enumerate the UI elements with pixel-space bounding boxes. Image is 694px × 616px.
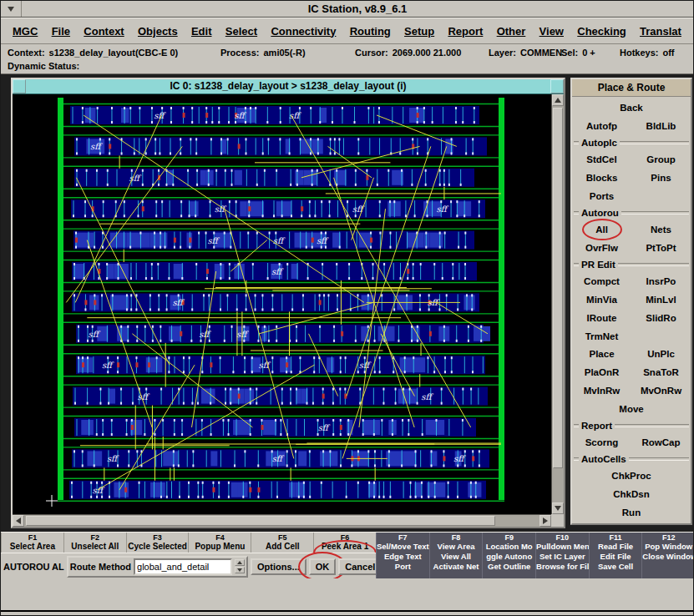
layout-canvas[interactable]: sffsffsffsffsffsffsffsffsffsffsffsffsffs…	[13, 94, 551, 514]
fkey-f9[interactable]: F9Location Moggle AutonoGet Outline	[482, 533, 535, 579]
palette-button-pins[interactable]: Pins	[631, 173, 691, 183]
horizontal-scrollbar-thumb[interactable]	[26, 516, 495, 526]
ic-station-window: IC Station, v8.9_6.1 MGCFileContextObjec…	[0, 0, 694, 616]
menu-file[interactable]: File	[52, 25, 70, 38]
palette-button-minvia[interactable]: MinVia	[572, 295, 631, 305]
palette-button-scorng[interactable]: Scorng	[572, 437, 631, 447]
menu-setup[interactable]: Setup	[404, 25, 434, 38]
layout-window: IC 0: s1238_delay_layout > s1238_delay_l…	[11, 78, 565, 528]
options-button[interactable]: Options...	[251, 558, 306, 575]
palette-button-chkproc[interactable]: ChkProc	[572, 471, 691, 481]
menu-select[interactable]: Select	[225, 25, 257, 38]
palette-row: MinViaMinLvl	[572, 290, 691, 309]
palette-button-plaonr[interactable]: PlaOnR	[572, 367, 631, 377]
menu-routing[interactable]: Routing	[350, 25, 391, 38]
menu-connectivity[interactable]: Connectivity	[271, 25, 336, 38]
fkey-f1[interactable]: F1Select Area	[1, 533, 63, 553]
palette-button-slidro[interactable]: SlidRo	[631, 313, 691, 323]
fkey-f10[interactable]: F10Pulldown MenSet IC LayerBrowse for Fi…	[535, 533, 589, 579]
menu-mgc[interactable]: MGC	[13, 25, 38, 38]
palette-section-autocells: AutoCells	[572, 452, 691, 467]
down-arrow-icon	[555, 506, 561, 511]
palette-button-trmnet[interactable]: TrmNet	[572, 331, 631, 341]
fkey-row-left: F1Select AreaF2Unselect AllF3Cycle Selec…	[1, 533, 376, 553]
window-titlebar: IC Station, v8.9_6.1	[1, 1, 693, 18]
palette-row: PlaceUnPlc	[572, 345, 691, 363]
status-hotkeys: Hotkeys:off	[620, 48, 675, 58]
ok-button[interactable]: OK	[309, 558, 337, 575]
fkey-f7[interactable]: F7Sel/Move TextEdge TextPort	[376, 533, 429, 579]
layout-window-menu-button[interactable]	[13, 79, 26, 93]
palette-button-ports[interactable]: Ports	[572, 191, 631, 201]
fkey-label: Set IC Layer	[536, 552, 589, 562]
fkey-f11[interactable]: F11Read FileEdit FileSave Cell	[589, 533, 642, 579]
scroll-down-button[interactable]	[552, 502, 564, 514]
vertical-scrollbar-track[interactable]	[552, 106, 564, 502]
window-menu-icon	[8, 7, 14, 12]
menu-other[interactable]: Other	[497, 25, 526, 38]
fkey-f2[interactable]: F2Unselect All	[63, 533, 126, 553]
scroll-right-button[interactable]	[539, 515, 551, 527]
spinner-down-button[interactable]	[235, 567, 245, 573]
palette-button-minlvl[interactable]: MinLvl	[631, 295, 691, 305]
palette-button-compct[interactable]: Compct	[572, 276, 631, 286]
palette-button-nets[interactable]: Nets	[631, 225, 691, 235]
scroll-left-button[interactable]	[13, 515, 24, 527]
palette-button-ovrflw[interactable]: OvrFlw	[572, 243, 631, 253]
palette-button-stdcel[interactable]: StdCel	[572, 154, 631, 164]
palette-button-blocks[interactable]: Blocks	[572, 173, 631, 183]
palette-button-run[interactable]: Run	[572, 507, 691, 518]
palette-button-bldlib[interactable]: BldLib	[631, 121, 691, 131]
scroll-up-button[interactable]	[552, 94, 564, 106]
palette-title: Place & Route	[572, 79, 691, 97]
menu-view[interactable]: View	[539, 25, 564, 38]
palette-button-chkdsn[interactable]: ChkDsn	[572, 489, 691, 499]
vertical-scrollbar-thumb[interactable]	[553, 108, 563, 468]
horizontal-scrollbar-track[interactable]	[24, 515, 539, 527]
menu-bar: MGCFileContextObjectsEditSelectConnectiv…	[1, 18, 693, 44]
vertical-scrollbar[interactable]	[551, 94, 564, 514]
fkey-label: Peek Area 1	[314, 542, 376, 551]
horizontal-scrollbar[interactable]	[13, 514, 551, 527]
palette-button-back[interactable]: Back	[572, 103, 691, 113]
palette-row: AutofpBldLib	[572, 117, 691, 135]
palette-button-group[interactable]: Group	[631, 154, 691, 164]
menu-edit[interactable]: Edit	[191, 25, 212, 38]
spinner-up-button[interactable]	[235, 559, 245, 566]
palette-button-snator[interactable]: SnaToR	[631, 367, 691, 377]
fkey-number: F7	[377, 533, 429, 542]
fkey-f3[interactable]: F3Cycle Selected	[126, 533, 189, 553]
menu-context[interactable]: Context	[84, 25, 124, 38]
layout-window-maximize-button[interactable]	[550, 79, 564, 93]
window-menu-button[interactable]	[1, 1, 22, 17]
palette-button-rowcap[interactable]: RowCap	[631, 437, 691, 447]
fkey-f6[interactable]: F6Peek Area 1	[313, 533, 376, 553]
palette-row: StdCelGroup	[572, 150, 691, 169]
palette-button-move[interactable]: Move	[572, 404, 691, 414]
fkey-number: F11	[590, 533, 642, 542]
fkey-f8[interactable]: F8View AreaView AllActivate Net	[429, 533, 483, 579]
right-arrow-icon	[543, 518, 548, 524]
palette-button-mvinrw[interactable]: MvInRw	[572, 386, 631, 396]
palette-button-insrpo[interactable]: InsrPo	[631, 276, 691, 286]
palette-button-pttopt[interactable]: PtToPt	[631, 243, 691, 253]
menu-objects[interactable]: Objects	[138, 25, 178, 38]
palette-button-mvonrw[interactable]: MvOnRw	[631, 386, 691, 396]
palette-button-place[interactable]: Place	[572, 349, 631, 359]
status-line: Context:s1238_delay_layout(CBC-E 0)Proce…	[1, 44, 693, 58]
fkey-f4[interactable]: F4Popup Menu	[188, 533, 251, 553]
route-method-input[interactable]: global_and_detail	[134, 558, 232, 575]
palette-button-all[interactable]: All	[572, 225, 631, 235]
fkey-f5[interactable]: F5Add Cell	[251, 533, 313, 553]
palette-button-iroute[interactable]: IRoute	[572, 313, 631, 323]
palette-button-autofp[interactable]: Autofp	[572, 121, 631, 131]
palette-row: AllNets	[572, 220, 691, 239]
menu-checking[interactable]: Checking	[577, 25, 626, 38]
palette-button-unplc[interactable]: UnPlc	[631, 349, 691, 359]
fkey-label: Cycle Selected	[127, 542, 189, 551]
menu-report[interactable]: Report	[448, 25, 483, 38]
menu-translat[interactable]: Translat	[640, 25, 681, 38]
fkey-f12[interactable]: F12Pop WindowClose Window	[641, 533, 694, 579]
fkey-label: Sel/Move Text	[377, 542, 429, 552]
layout-window-titlebar[interactable]: IC 0: s1238_delay_layout > s1238_delay_l…	[13, 79, 564, 94]
